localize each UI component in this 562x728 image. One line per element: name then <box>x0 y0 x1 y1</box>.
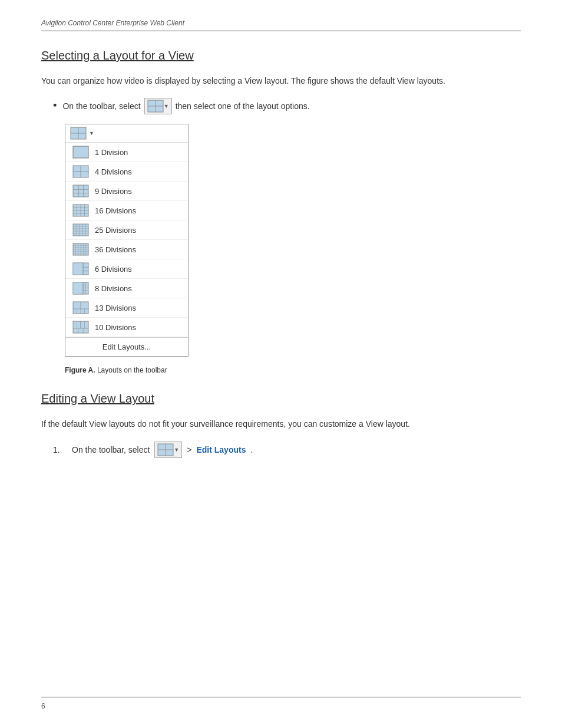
layout-36-label: 36 Divisions <box>95 245 136 254</box>
layout-25-label: 25 Divisions <box>95 226 136 235</box>
svg-rect-48 <box>73 282 83 294</box>
layout-item-8[interactable]: 8 Divisions <box>65 279 188 298</box>
dropdown-menu: ▼ 1 Division 4 Divisions <box>65 124 189 357</box>
step1-prefix: On the toolbar, select <box>72 445 150 454</box>
layout-25-icon <box>72 223 89 236</box>
layout-item-16[interactable]: 16 Divisions <box>65 201 188 220</box>
edit-layouts-item[interactable]: Edit Layouts... <box>65 337 188 356</box>
step1-layout-icon <box>157 443 174 456</box>
edit-layouts-label: Edit Layouts... <box>103 342 151 351</box>
layout-item-25[interactable]: 25 Divisions <box>65 220 188 240</box>
section2-body: If the default View layouts do not fit y… <box>41 417 521 430</box>
layout-16-label: 16 Divisions <box>95 206 136 215</box>
toolbar-layout-button[interactable]: ▼ <box>144 98 172 114</box>
step-number: 1. <box>53 445 67 454</box>
header-title: Avigilon Control Center Enterprise Web C… <box>41 19 184 27</box>
figure-caption-bold: Figure A. <box>65 366 95 374</box>
layout-item-9[interactable]: 9 Divisions <box>65 182 188 201</box>
bullet-marker: ▪ <box>53 98 57 113</box>
layout-item-13[interactable]: 13 Divisions <box>65 298 188 318</box>
layout-item-10[interactable]: 10 Divisions <box>65 318 188 337</box>
footer: 6 <box>41 697 521 710</box>
section2: Editing a View Layout If the default Vie… <box>41 392 521 457</box>
page-number: 6 <box>41 702 45 710</box>
layout-6-label: 6 Divisions <box>95 265 132 274</box>
layout-8-icon <box>72 282 89 295</box>
layout-16-icon <box>72 204 89 217</box>
dropdown-header-arrow: ▼ <box>89 130 94 136</box>
layout-1-label: 1 Division <box>95 148 128 157</box>
layout-10-label: 10 Divisions <box>95 323 136 332</box>
bullet-suffix: then select one of the layout options. <box>176 100 310 113</box>
edit-layouts-link[interactable]: Edit Layouts <box>196 445 246 454</box>
layout-item-1[interactable]: 1 Division <box>65 143 188 162</box>
bullet-item: ▪ On the toolbar, select ▼ then select o… <box>53 98 521 114</box>
page-container: Avigilon Control Center Enterprise Web C… <box>0 0 562 728</box>
layout-10-icon <box>72 321 89 334</box>
layout-item-36[interactable]: 36 Divisions <box>65 240 188 259</box>
dropdown-arrow-icon: ▼ <box>164 102 169 110</box>
layout-item-4[interactable]: 4 Divisions <box>65 162 188 182</box>
svg-rect-10 <box>73 185 88 197</box>
svg-rect-22 <box>73 224 88 236</box>
layout-9-icon <box>72 185 89 197</box>
dropdown-header-icon <box>70 127 87 140</box>
layout-13-label: 13 Divisions <box>95 304 136 312</box>
svg-rect-6 <box>73 146 88 158</box>
edit-layouts-link-text: Edit Layouts <box>196 445 246 454</box>
layout-item-6[interactable]: 6 Divisions <box>65 259 188 279</box>
step1-toolbar-button[interactable]: ▼ <box>154 442 182 458</box>
step1-arrow-icon: ▼ <box>174 447 179 453</box>
dropdown-header: ▼ <box>65 124 188 143</box>
layout-13-icon <box>72 301 89 314</box>
figure-caption-text: Layouts on the toolbar <box>95 366 167 374</box>
svg-rect-43 <box>73 263 83 275</box>
bullet-text: On the toolbar, select ▼ then select one… <box>62 98 309 114</box>
layout-6-icon <box>72 262 89 275</box>
layout-36-icon <box>72 243 89 256</box>
numbered-item-1: 1. On the toolbar, select ▼ > Edit Layou… <box>53 442 521 458</box>
section1-body: You can organize how video is displayed … <box>41 74 521 87</box>
section2-title: Editing a View Layout <box>41 392 521 406</box>
layout-1-icon <box>72 146 89 159</box>
step1-suffix: . <box>250 445 253 454</box>
layout-4-label: 4 Divisions <box>95 167 132 176</box>
bullet-prefix: On the toolbar, select <box>62 100 140 113</box>
numbered-list: 1. On the toolbar, select ▼ > Edit Layou… <box>53 442 521 458</box>
layout-4-icon <box>72 165 89 178</box>
section1-title: Selecting a Layout for a View <box>41 49 521 62</box>
header-bar: Avigilon Control Center Enterprise Web C… <box>41 18 521 31</box>
layout-9-label: 9 Divisions <box>95 187 132 196</box>
figure-caption: Figure A. Layouts on the toolbar <box>65 366 521 374</box>
layout-8-label: 8 Divisions <box>95 284 132 293</box>
step1-middle: > <box>187 445 191 454</box>
layout-grid-icon <box>147 100 164 113</box>
